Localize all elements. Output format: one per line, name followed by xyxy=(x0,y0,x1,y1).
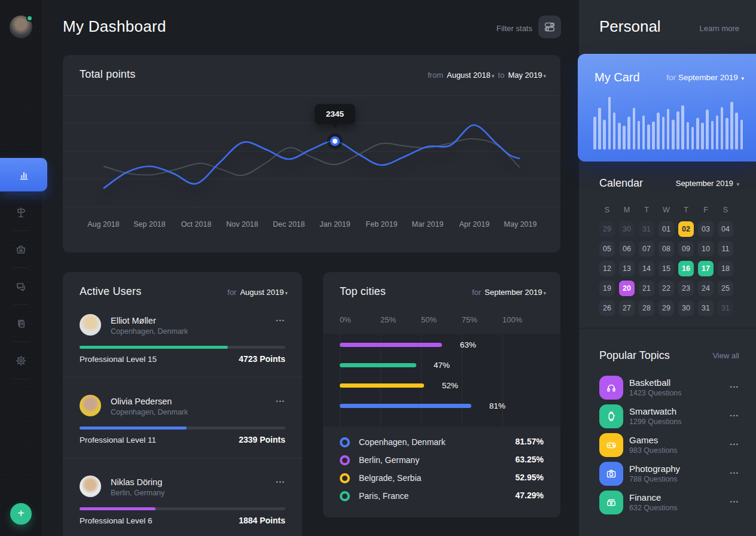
avatar[interactable] xyxy=(80,395,101,416)
calendar-day[interactable]: 29 xyxy=(599,221,615,237)
city-bar-row: 63% xyxy=(340,342,555,347)
data-point-marker[interactable] xyxy=(330,136,340,146)
sparkline-bar xyxy=(735,112,738,150)
legend-city: Belgrade, Serbia xyxy=(359,473,421,483)
personal-panel: Personal Learn more My Card for Septembe… xyxy=(579,0,756,536)
sidebar-item-dashboard[interactable] xyxy=(0,158,47,191)
avatar[interactable] xyxy=(80,476,101,497)
city-bar-row: 47% xyxy=(340,363,555,367)
calendar-day[interactable]: 10 xyxy=(698,241,714,257)
calendar-day[interactable]: 28 xyxy=(639,300,654,316)
more-options-icon[interactable]: ••• xyxy=(730,413,739,419)
calendar-day[interactable]: 31 xyxy=(718,300,733,316)
more-options-icon[interactable]: ••• xyxy=(730,441,739,447)
axis-tick: 25% xyxy=(380,315,396,324)
more-options-icon[interactable]: ••• xyxy=(730,499,739,505)
calendar-day[interactable]: 30 xyxy=(678,300,694,316)
sparkline-bar xyxy=(667,109,670,150)
calendar-day[interactable]: 30 xyxy=(619,221,635,237)
topic-row[interactable]: Games 983 Questions ••• xyxy=(579,433,756,457)
calendar-day[interactable]: 08 xyxy=(659,241,674,257)
chevron-down-icon: ▾ xyxy=(543,73,546,79)
more-options-icon[interactable]: ••• xyxy=(730,384,739,390)
add-button[interactable]: + xyxy=(10,503,32,525)
period-select[interactable]: September 2019▾ xyxy=(484,288,546,297)
month-label: Aug 2018 xyxy=(87,220,120,229)
calendar-day[interactable]: 09 xyxy=(678,241,694,257)
more-options-icon[interactable]: ••• xyxy=(276,318,285,324)
sparkline-bar xyxy=(657,112,660,150)
topic-count: 632 Questions xyxy=(629,504,678,512)
calendar-day[interactable]: 15 xyxy=(659,261,674,276)
user-points: 4723 Points xyxy=(239,354,285,364)
calendar-period-select[interactable]: September 2019 ▾ xyxy=(676,179,739,188)
calendar-day[interactable]: 31 xyxy=(698,300,714,316)
bar-chart-plot: 63% 47% 52% 81% xyxy=(323,334,560,427)
more-options-icon[interactable]: ••• xyxy=(276,479,285,485)
calendar-day[interactable]: 01 xyxy=(659,221,674,237)
calendar-day[interactable]: 31 xyxy=(639,221,654,237)
calendar-day[interactable]: 13 xyxy=(619,261,635,276)
to-date-select[interactable]: May 2019▾ xyxy=(508,71,546,80)
toggles-icon xyxy=(543,20,556,34)
calendar-day[interactable]: 12 xyxy=(599,261,615,276)
my-card-period-select[interactable]: for September 2019 ▾ xyxy=(666,73,744,82)
calendar-day[interactable]: 02 xyxy=(678,221,694,237)
calendar-day[interactable]: 25 xyxy=(718,281,733,296)
calendar-day[interactable]: 24 xyxy=(698,281,714,296)
more-options-icon[interactable]: ••• xyxy=(730,470,739,476)
period-select[interactable]: August 2019▾ xyxy=(240,288,288,297)
divider xyxy=(13,304,29,305)
sidebar-item-signpost[interactable] xyxy=(14,206,28,219)
topic-row[interactable]: Smartwatch 1299 Questions ••• xyxy=(579,404,756,428)
calendar-day[interactable]: 21 xyxy=(639,281,654,296)
divider xyxy=(63,377,302,377)
calendar-day[interactable]: 22 xyxy=(659,281,674,296)
divider xyxy=(579,328,756,328)
calendar-day[interactable]: 20 xyxy=(619,281,635,296)
axis-tick: 50% xyxy=(421,315,437,324)
filter-stats-button[interactable] xyxy=(538,16,561,38)
calendar-day[interactable]: 26 xyxy=(599,300,615,316)
sparkline-bar xyxy=(598,108,601,150)
calendar-day[interactable]: 29 xyxy=(659,300,674,316)
calendar-day[interactable]: 19 xyxy=(599,281,615,296)
calendar-day[interactable]: 16 xyxy=(678,261,694,276)
sidebar-item-settings[interactable] xyxy=(14,354,28,367)
calendar-day[interactable]: 05 xyxy=(599,241,615,257)
progress-track xyxy=(80,427,285,430)
view-all-link[interactable]: View all xyxy=(712,351,739,360)
sparkline-bar xyxy=(627,117,630,150)
month-label: Sep 2018 xyxy=(133,220,166,229)
learn-more-link[interactable]: Learn more xyxy=(700,24,739,33)
calendar-day[interactable]: 27 xyxy=(619,300,635,316)
avatar[interactable] xyxy=(80,314,101,336)
from-date-select[interactable]: August 2018▾ xyxy=(447,71,495,80)
calendar-day[interactable]: 17 xyxy=(698,261,714,276)
calendar-day[interactable]: 06 xyxy=(619,241,635,257)
to-label: to xyxy=(498,71,505,80)
calendar-day[interactable]: 11 xyxy=(718,241,733,257)
sparkline-bar xyxy=(725,118,728,150)
sidebar-item-basket[interactable] xyxy=(14,243,28,256)
for-label: for xyxy=(472,288,481,297)
topic-row[interactable]: Finance 632 Questions ••• xyxy=(579,491,756,514)
user-avatar[interactable] xyxy=(10,16,32,38)
calendar-day[interactable]: 14 xyxy=(639,261,654,276)
legend-value: 63.25% xyxy=(516,455,544,464)
calendar-day[interactable]: 04 xyxy=(718,221,733,237)
legend-value: 47.29% xyxy=(516,491,544,500)
sidebar-item-documents[interactable] xyxy=(14,317,28,330)
sidebar-item-chat[interactable] xyxy=(14,280,28,293)
topic-row[interactable]: Basketball 1423 Questions ••• xyxy=(579,376,756,400)
calendar-day[interactable]: 18 xyxy=(718,261,733,276)
calendar-day[interactable]: 07 xyxy=(639,241,654,257)
month-label: Mar 2019 xyxy=(412,220,444,229)
my-card[interactable]: My Card for September 2019 ▾ xyxy=(578,54,756,162)
calendar-day[interactable]: 03 xyxy=(698,221,714,237)
total-points-line-chart xyxy=(63,89,560,214)
progress-fill xyxy=(80,507,156,510)
more-options-icon[interactable]: ••• xyxy=(276,398,285,404)
calendar-day[interactable]: 23 xyxy=(678,281,694,296)
topic-row[interactable]: Photography 788 Questions ••• xyxy=(579,462,756,486)
